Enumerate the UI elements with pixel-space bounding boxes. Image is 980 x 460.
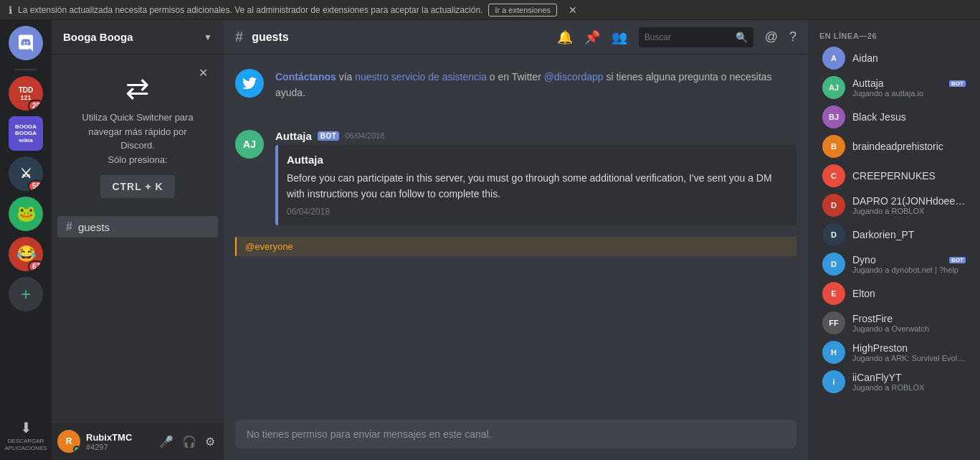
sidebar-status: Jugando a ARK: Survival Evolved bbox=[852, 354, 966, 362]
message-author: Auttaja bbox=[275, 130, 312, 142]
sidebar-user-info: braindeadprehistoric bbox=[852, 141, 966, 152]
sidebar-user-info: Black Jesus bbox=[852, 111, 966, 123]
main-layout: TDD 121 20 BOOGABOOGAwikia ⚔ 56 🐸 😂 67 +… bbox=[0, 20, 980, 460]
sidebar-user-black-jesus[interactable]: BJ Black Jesus bbox=[811, 103, 977, 131]
sidebar-user-info: DAPRO 21(JONHdoeee... Jugando a ROBLOX bbox=[852, 195, 966, 215]
ir-extensiones-button[interactable]: Ir a extensiones bbox=[488, 4, 557, 17]
sidebar-avatar: D bbox=[822, 253, 845, 276]
bell-icon[interactable]: 🔔 bbox=[557, 29, 573, 45]
auttaja-avatar: AJ bbox=[235, 130, 264, 159]
channel-item-guests[interactable]: # guests bbox=[57, 216, 218, 238]
sidebar-user-highpreston[interactable]: H HighPreston Jugando a ARK: Survival Ev… bbox=[811, 338, 977, 367]
input-area: No tienes permiso para enviar mensajes e… bbox=[224, 414, 808, 460]
sidebar-avatar: C bbox=[822, 164, 845, 187]
user-info: RubixTMC #4297 bbox=[86, 432, 151, 451]
server-icon-frog[interactable]: 🐸 bbox=[9, 197, 43, 231]
avatar: R bbox=[57, 430, 80, 453]
sidebar-user-auttaja[interactable]: AJ Auttaja BOT Jugando a auttaja.io bbox=[811, 73, 977, 102]
sidebar-username: Elton bbox=[852, 288, 966, 299]
server-badge: 67 bbox=[28, 260, 43, 271]
messages-container: Contáctanos vía nuestro servicio de asis… bbox=[224, 55, 808, 414]
sidebar-user-braindeadprehistoric[interactable]: B braindeadprehistoric bbox=[811, 132, 977, 161]
sidebar-username: Dyno bbox=[852, 254, 946, 266]
message-box-title: Auttaja bbox=[287, 154, 788, 166]
user-controls: 🎤 🎧 ⚙ bbox=[156, 432, 218, 451]
sidebar-user-iicanflyyt[interactable]: i iiCanFlyYT Jugando a ROBLOX bbox=[811, 367, 977, 396]
sidebar-user-info: Aidan bbox=[852, 52, 966, 64]
channel-hash-icon: # bbox=[66, 220, 72, 233]
message-box: Auttaja Before you can participate in th… bbox=[275, 145, 796, 225]
discordapp-link[interactable]: @discordapp bbox=[544, 71, 604, 83]
search-input[interactable] bbox=[644, 32, 731, 42]
chevron-down-icon: ▼ bbox=[204, 32, 212, 42]
sidebar-avatar: AJ bbox=[822, 76, 845, 99]
sidebar-username: CREEPERNUKES bbox=[852, 170, 966, 182]
sidebar-user-aidan[interactable]: A Aidan bbox=[811, 44, 977, 72]
sidebar-avatar: H bbox=[822, 341, 845, 364]
server-header[interactable]: Booga Booga ▼ bbox=[52, 20, 224, 55]
channel-header: # guests 🔔 📌 👥 🔍 @ ? bbox=[224, 20, 808, 55]
username: RubixTMC bbox=[86, 432, 151, 443]
quick-switcher-close-button[interactable]: ✕ bbox=[199, 66, 208, 80]
server-name: Booga Booga bbox=[63, 31, 133, 43]
sidebar-avatar: B bbox=[822, 135, 845, 158]
discord-home-button[interactable] bbox=[9, 26, 43, 60]
deafen-button[interactable]: 🎧 bbox=[179, 432, 199, 451]
sidebar-user-info: Darkorien_PT bbox=[852, 229, 966, 240]
header-icons: 🔔 📌 👥 🔍 @ ? bbox=[557, 27, 796, 47]
help-icon[interactable]: ? bbox=[789, 29, 796, 44]
message-input: No tienes permiso para enviar mensajes e… bbox=[235, 420, 796, 449]
mute-button[interactable]: 🎤 bbox=[156, 432, 176, 451]
sidebar-user-darkorien[interactable]: D Darkorien_PT bbox=[811, 220, 977, 249]
system-text: Contáctanos vía nuestro servicio de asis… bbox=[275, 69, 796, 101]
server-icon-meme[interactable]: 😂 67 bbox=[9, 237, 43, 271]
sidebar-user-info: Auttaja BOT Jugando a auttaja.io bbox=[852, 78, 966, 98]
sidebar-status: Jugando a ROBLOX bbox=[852, 383, 966, 392]
sidebar-user-info: HighPreston Jugando a ARK: Survival Evol… bbox=[852, 342, 966, 362]
sidebar-username: Black Jesus bbox=[852, 111, 966, 123]
search-box[interactable]: 🔍 bbox=[639, 27, 753, 47]
server-icon-tdd[interactable]: TDD 121 20 bbox=[9, 76, 43, 111]
sidebar-username: braindeadprehistoric bbox=[852, 141, 966, 152]
quick-switcher-shortcut[interactable]: CTRL + K bbox=[100, 175, 174, 198]
download-apps-button[interactable]: ⬇ DESCARGARAPLICACIONES bbox=[9, 414, 43, 457]
message-header: Auttaja BOT 06/04/2018 bbox=[275, 130, 796, 142]
server-badge: 20 bbox=[28, 100, 43, 111]
sidebar-user-info: Elton bbox=[852, 288, 966, 299]
sidebar-username: Darkorien_PT bbox=[852, 229, 966, 240]
quick-switcher-popup: ✕ ⇄ Utiliza Quick Switcher para navegar … bbox=[60, 60, 215, 210]
sidebar-user-frostfire[interactable]: FF FrostFire Jugando a Overwatch bbox=[811, 309, 977, 337]
notif-link[interactable]: Ve al administrador de extensiones para … bbox=[234, 5, 482, 15]
server-badge: 56 bbox=[28, 180, 43, 191]
sidebar-user-elton[interactable]: E Elton bbox=[811, 279, 977, 308]
quick-switcher-icon: ⇄ bbox=[125, 72, 150, 105]
pin-icon[interactable]: 📌 bbox=[584, 29, 600, 45]
download-icon: ⬇ bbox=[20, 419, 32, 436]
support-link[interactable]: nuestro servicio de asistencia bbox=[355, 71, 487, 83]
sidebar-user-dapro21[interactable]: D DAPRO 21(JONHdoeee... Jugando a ROBLOX bbox=[811, 191, 977, 220]
sidebar-status: Jugando a auttaja.io bbox=[852, 89, 966, 98]
server-icon-battle[interactable]: ⚔ 56 bbox=[9, 156, 43, 191]
channel-sidebar: Booga Booga ▼ ✕ ⇄ Utiliza Quick Switcher… bbox=[52, 20, 224, 460]
contactanos-link[interactable]: Contáctanos bbox=[275, 71, 336, 83]
sidebar-user-info: CREEPERNUKES bbox=[852, 170, 966, 182]
quick-switcher-text: Utiliza Quick Switcher para navegar más … bbox=[72, 111, 204, 166]
add-server-button[interactable]: + bbox=[9, 277, 43, 311]
notif-close-icon[interactable]: ✕ bbox=[569, 4, 577, 16]
sidebar-avatar: A bbox=[822, 47, 845, 70]
server-divider bbox=[14, 69, 37, 70]
sidebar-user-creepernukes[interactable]: C CREEPERNUKES bbox=[811, 161, 977, 190]
sidebar-avatar: E bbox=[822, 282, 845, 305]
channel-header-hash-icon: # bbox=[235, 29, 243, 45]
notification-bar: ℹ La extensión actualizada necesita perm… bbox=[0, 0, 980, 20]
sidebar-avatar: D bbox=[822, 194, 845, 217]
settings-button[interactable]: ⚙ bbox=[202, 432, 218, 451]
at-icon[interactable]: @ bbox=[765, 29, 778, 44]
channel-list: # guests bbox=[52, 215, 224, 238]
server-icon-booga[interactable]: BOOGABOOGAwikia bbox=[9, 116, 43, 151]
bot-badge: BOT bbox=[318, 131, 340, 141]
sidebar-user-dyno[interactable]: D Dyno BOT Jugando a dynobot.net | ?help bbox=[811, 250, 977, 278]
main-content: # guests 🔔 📌 👥 🔍 @ ? bbox=[224, 20, 808, 460]
sidebar-username: HighPreston bbox=[852, 342, 966, 354]
members-icon[interactable]: 👥 bbox=[612, 29, 627, 45]
